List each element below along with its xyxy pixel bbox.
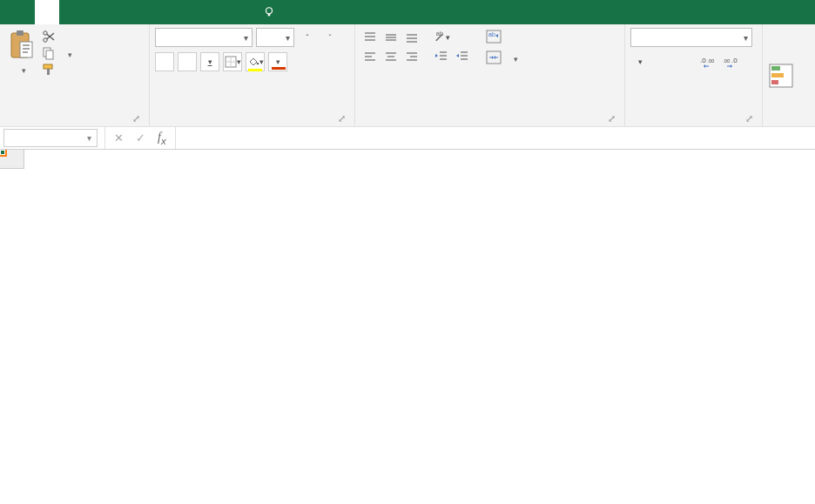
number-format-combo[interactable]: ▾: [630, 28, 752, 47]
group-number: ▾ ▾ .0.00 .00.0 ⤢: [625, 24, 763, 126]
orientation-button[interactable]: ab▾: [432, 28, 451, 47]
svg-text:ab: ab: [436, 30, 443, 37]
tab-data[interactable]: [132, 0, 157, 24]
conditional-formatting-button[interactable]: [768, 61, 794, 94]
wrap-text-button[interactable]: ab: [482, 28, 522, 45]
group-alignment: ab▾ ab: [355, 24, 625, 126]
group-font: ▾ ▾ ˆ ˇ ▾ ▾ ▾ ▾: [150, 24, 355, 126]
svg-rect-10: [47, 69, 50, 75]
underline-button[interactable]: ▾: [200, 52, 219, 71]
svg-text:.00: .00: [723, 58, 731, 64]
cancel-formula-button[interactable]: ✕: [114, 131, 124, 144]
svg-rect-24: [771, 80, 778, 84]
svg-text:.0: .0: [700, 57, 706, 64]
svg-rect-22: [771, 66, 780, 71]
tab-formulas[interactable]: [108, 0, 132, 24]
lightbulb-icon: [263, 6, 275, 18]
decrease-indent-button[interactable]: [432, 47, 451, 66]
paste-button[interactable]: [5, 28, 38, 77]
align-top-icon: [363, 30, 377, 44]
group-label-alignment: ⤢: [360, 122, 619, 126]
name-box[interactable]: ▾: [3, 129, 98, 147]
copy-button[interactable]: [42, 46, 72, 60]
align-right-button[interactable]: [402, 47, 421, 66]
group-label-font: ⤢: [155, 122, 349, 126]
ribbon: ⤢ ▾ ▾ ˆ ˇ ▾ ▾ ▾ ▾: [0, 24, 815, 127]
align-top-button[interactable]: [360, 28, 380, 47]
align-left-icon: [363, 50, 377, 64]
group-label-number: ⤢: [630, 122, 757, 126]
increase-indent-button[interactable]: [453, 47, 472, 66]
align-bottom-button[interactable]: [402, 28, 421, 47]
font-size-combo[interactable]: ▾: [256, 28, 294, 47]
format-painter-button[interactable]: [42, 63, 72, 77]
align-right-icon: [405, 50, 419, 64]
alignment-launcher[interactable]: ⤢: [604, 113, 619, 124]
tab-view[interactable]: [181, 0, 205, 24]
svg-text:ab: ab: [488, 31, 495, 37]
percent-button[interactable]: [653, 52, 672, 71]
tab-file[interactable]: [0, 0, 35, 24]
align-middle-icon: [384, 30, 398, 44]
svg-rect-23: [771, 73, 784, 77]
menu-tabs: [0, 0, 815, 24]
increase-decimal-icon: .0.00: [700, 56, 716, 68]
tab-home[interactable]: [35, 0, 59, 24]
paintbrush-icon: [42, 63, 56, 77]
svg-rect-8: [46, 50, 53, 59]
bold-button[interactable]: [155, 52, 174, 71]
tab-developer[interactable]: [205, 0, 230, 24]
tab-insert[interactable]: [59, 0, 84, 24]
fill-color-button[interactable]: ▾: [246, 52, 265, 71]
copy-icon: [42, 46, 56, 60]
svg-rect-4: [20, 42, 32, 57]
merge-icon: [486, 50, 502, 64]
paste-label: [18, 63, 26, 76]
tab-page-layout[interactable]: [84, 0, 108, 24]
tab-review[interactable]: [157, 0, 181, 24]
align-middle-button[interactable]: [381, 28, 401, 47]
increase-font-button[interactable]: ˆ: [298, 28, 317, 47]
enter-formula-button[interactable]: ✓: [136, 131, 145, 144]
decrease-decimal-icon: .00.0: [723, 56, 738, 68]
wrap-text-icon: ab: [486, 30, 502, 44]
scissors-icon: [42, 30, 56, 44]
svg-rect-1: [268, 14, 271, 17]
orientation-icon: ab: [433, 30, 446, 44]
group-clipboard: ⤢: [0, 24, 150, 126]
font-name-combo[interactable]: ▾: [155, 28, 253, 47]
conditional-formatting-icon: [768, 61, 794, 91]
currency-button[interactable]: ▾: [630, 52, 650, 71]
decrease-font-button[interactable]: ˇ: [320, 28, 340, 47]
increase-indent-icon: [455, 50, 469, 64]
select-all-corner[interactable]: [0, 150, 24, 169]
borders-button[interactable]: ▾: [223, 52, 242, 71]
number-launcher[interactable]: ⤢: [742, 113, 757, 124]
align-bottom-icon: [405, 30, 419, 44]
formula-input[interactable]: [175, 127, 815, 149]
tell-me-search[interactable]: [254, 0, 289, 24]
cut-button[interactable]: [42, 30, 72, 44]
font-color-button[interactable]: ▾: [268, 52, 287, 71]
clipboard-launcher[interactable]: ⤢: [129, 113, 144, 124]
comma-button[interactable]: [676, 52, 695, 71]
align-center-icon: [384, 50, 398, 64]
increase-decimal-button[interactable]: .0.00: [698, 52, 717, 71]
italic-button[interactable]: [178, 52, 197, 71]
decrease-indent-icon: [434, 50, 448, 64]
decrease-decimal-button[interactable]: .00.0: [721, 52, 740, 71]
borders-icon: [225, 56, 237, 68]
clipboard-paste-icon: [9, 30, 35, 61]
align-center-button[interactable]: [381, 47, 401, 66]
svg-rect-9: [44, 64, 52, 69]
spreadsheet-grid: [0, 150, 815, 502]
font-launcher[interactable]: ⤢: [334, 113, 349, 124]
svg-rect-3: [17, 30, 24, 36]
svg-text:.00: .00: [707, 58, 715, 64]
merge-center-button[interactable]: [482, 49, 522, 66]
align-left-button[interactable]: [360, 47, 380, 66]
group-label-clipboard: ⤢: [5, 122, 144, 126]
group-conditional: [763, 24, 806, 126]
fx-button[interactable]: fx: [158, 131, 166, 146]
tab-help[interactable]: [230, 0, 254, 24]
